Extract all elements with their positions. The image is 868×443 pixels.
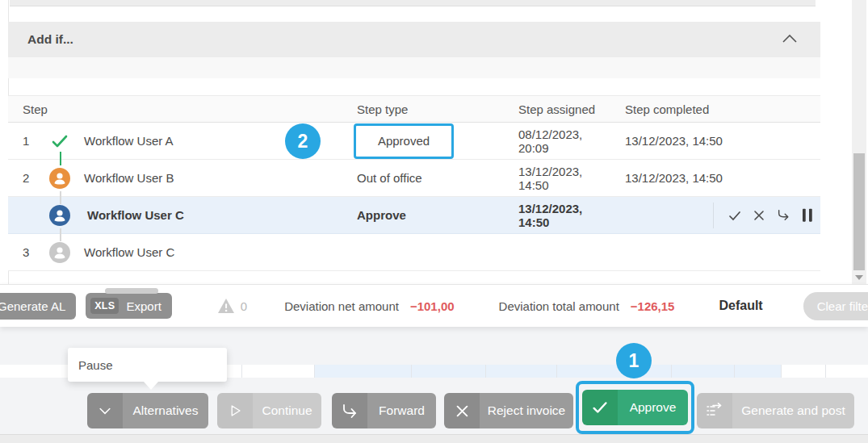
row-actions <box>713 197 814 233</box>
play-icon <box>217 393 253 428</box>
numbered-list-arrow-icon <box>697 393 732 428</box>
chevron-down-icon <box>87 393 123 428</box>
warnings-counter: 0 <box>217 298 247 314</box>
step-user: Workflow User B <box>76 171 334 185</box>
scrollbar-thumb[interactable] <box>853 153 865 270</box>
forward-arrow-icon <box>332 393 367 428</box>
col-header-step-completed: Step completed <box>601 102 820 116</box>
warning-count: 0 <box>241 299 247 313</box>
deviation-total-label: Deviation total amount <box>499 299 619 313</box>
summary-toolbar: Generate AL XLS Export 0 Deviation net a… <box>0 284 868 327</box>
filter-selected-value[interactable]: Default <box>719 299 762 313</box>
xls-chip: XLS <box>90 298 119 314</box>
scrollbar-down-arrow-icon[interactable] <box>855 275 863 280</box>
deviation-net-value: −101,00 <box>410 299 455 313</box>
approve-button[interactable]: Approve <box>582 390 688 425</box>
add-if-label: Add if... <box>27 32 73 47</box>
table-row[interactable]: 3 Workflow User C <box>8 234 820 271</box>
avatar-blue-icon <box>44 205 76 226</box>
warning-triangle-icon <box>217 298 235 314</box>
step-user: Workflow User C <box>76 208 334 222</box>
annotation-badge-1: 1 <box>616 343 652 378</box>
top-collapsed-section <box>10 0 816 6</box>
avatar-orange-icon <box>44 168 76 189</box>
forward-arrow-icon[interactable] <box>777 209 790 222</box>
x-icon <box>444 393 480 428</box>
check-icon <box>44 132 76 151</box>
actions-separator <box>713 203 714 228</box>
step-type-cell: Approved <box>334 123 496 159</box>
deviation-net-label: Deviation net amount <box>284 299 399 313</box>
step-number: 1 <box>8 134 44 148</box>
reject-x-icon[interactable] <box>753 209 765 222</box>
check-icon <box>582 390 618 425</box>
table-header-row: Step Step type Step assigned Step comple… <box>8 95 820 123</box>
generate-al-button[interactable]: Generate AL <box>0 293 76 320</box>
step-completed-value: 13/12/2023, 14:50 <box>601 171 820 185</box>
alternatives-button[interactable]: Alternatives <box>87 393 208 428</box>
step-assigned-value: 08/12/2023, 20:09 <box>496 127 601 155</box>
pause-tooltip-label: Pause <box>78 358 113 372</box>
alternatives-label: Alternatives <box>123 393 208 428</box>
reject-invoice-label: Reject invoice <box>480 393 573 428</box>
annotation-badge-2: 2 <box>285 123 321 159</box>
deviation-total-value: −126,15 <box>631 299 675 313</box>
col-header-step: Step <box>8 102 44 116</box>
step-assigned-value: 13/12/2023, 14:50 <box>496 202 601 229</box>
step-assigned-value: 13/12/2023, 14:50 <box>496 165 601 192</box>
step-number: 2 <box>8 171 44 185</box>
bottom-edge-strip <box>0 434 868 443</box>
continue-label: Continue <box>253 393 321 428</box>
step-completed-value: 13/12/2023, 14:50 <box>601 134 820 148</box>
generate-and-post-button[interactable]: Generate and post <box>697 393 854 428</box>
add-if-section-header[interactable]: Add if... <box>8 22 820 57</box>
vertical-scrollbar[interactable] <box>852 0 866 284</box>
chevron-up-icon[interactable] <box>780 30 799 49</box>
table-row[interactable]: 2 Workflow User B Out of office 13/12/20… <box>8 160 820 197</box>
avatar-gray-icon <box>44 242 76 263</box>
forward-button[interactable]: Forward <box>332 393 436 428</box>
section-spacer <box>8 57 820 78</box>
generate-and-post-label: Generate and post <box>732 393 854 428</box>
pause-tooltip: Pause <box>68 348 227 382</box>
reject-invoice-button[interactable]: Reject invoice <box>444 393 573 428</box>
approve-label: Approve <box>618 390 688 425</box>
step-type-value: Out of office <box>334 171 496 185</box>
approve-check-icon[interactable] <box>728 209 741 222</box>
clear-filters-button[interactable]: Clear filters <box>803 292 868 320</box>
forward-label: Forward <box>367 393 436 428</box>
step-user: Workflow User C <box>76 245 334 259</box>
workflow-panel: Add if... Step Step type Step assigned S… <box>0 0 868 443</box>
horizontal-scrollbar-thumb[interactable] <box>105 288 158 294</box>
step-type-value: Approve <box>334 208 496 222</box>
export-label: Export <box>126 299 161 313</box>
action-bar-area: Pause Alternatives Continue Forward Reje <box>0 327 868 443</box>
step-number: 3 <box>8 245 44 259</box>
xls-export-button[interactable]: XLS Export <box>86 293 172 319</box>
timeline-connector <box>60 191 61 204</box>
continue-button[interactable]: Continue <box>217 393 321 428</box>
step-type-value: Approved <box>378 134 430 148</box>
timeline-connector <box>60 228 61 241</box>
table-row-selected[interactable]: Workflow User C Approve 13/12/2023, 14:5… <box>8 197 820 234</box>
workflow-steps-table: Step Step type Step assigned Step comple… <box>8 95 820 271</box>
pause-icon[interactable] <box>801 209 814 222</box>
col-header-step-type: Step type <box>334 102 496 116</box>
timeline-connector <box>60 152 61 165</box>
col-header-step-assigned: Step assigned <box>496 102 601 116</box>
approved-highlight-box: Approved <box>354 123 454 159</box>
approve-highlight-box: Approve <box>576 381 694 434</box>
table-row[interactable]: 1 Workflow User A Approved 08/12/2023, 2… <box>8 123 820 160</box>
